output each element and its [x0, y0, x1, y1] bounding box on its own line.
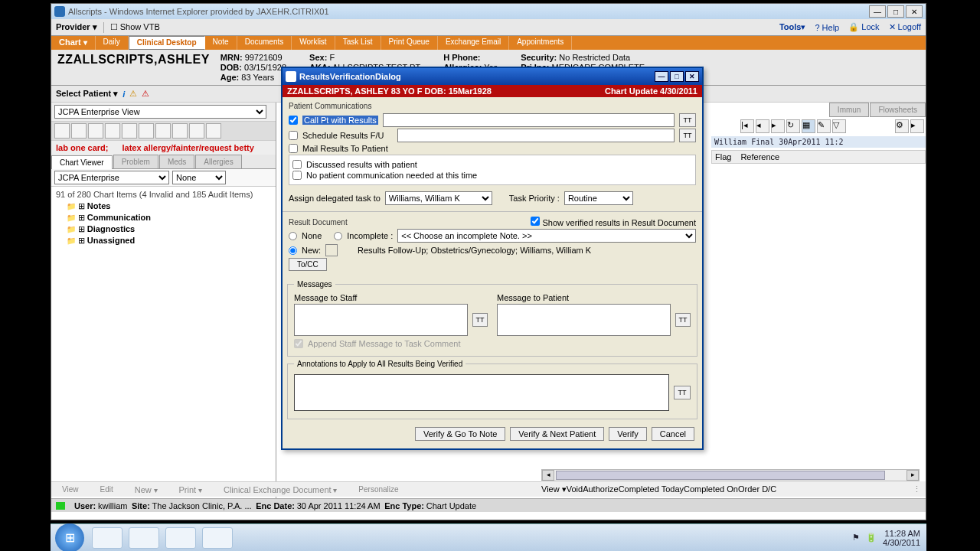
logoff-link[interactable]: ✕ Logoff — [889, 22, 921, 32]
tb-btn[interactable] — [206, 123, 221, 139]
cancel-button[interactable]: Cancel — [652, 427, 694, 441]
tb-btn[interactable] — [88, 123, 103, 139]
msg-patient-input[interactable] — [497, 304, 671, 336]
chart-main-tab[interactable]: Chart ▾ — [51, 36, 96, 50]
taskbar-app2[interactable] — [202, 527, 233, 549]
menu-view[interactable]: View — [51, 485, 90, 494]
tab-note[interactable]: Note — [205, 36, 237, 50]
menu-order-dc[interactable]: Order D/C — [738, 484, 776, 494]
priority-select[interactable]: Routine — [564, 191, 633, 205]
maximize-button[interactable]: □ — [887, 5, 904, 18]
menu-exchange[interactable]: Clinical Exchange Document ▾ — [213, 485, 348, 494]
verify-goto-button[interactable]: Verify & Go To Note — [415, 427, 505, 441]
close-button[interactable]: ✕ — [906, 5, 923, 18]
tab-exchange-email[interactable]: Exchange Email — [438, 36, 509, 50]
info-icon[interactable]: i — [122, 90, 125, 99]
warning-icon[interactable]: ⚠ — [129, 89, 137, 99]
assign-select[interactable]: Williams, William K — [385, 191, 492, 205]
tab-appointments[interactable]: Appointments — [509, 36, 572, 50]
tab-meds[interactable]: Meds — [159, 155, 194, 168]
mail-checkbox[interactable] — [289, 144, 298, 153]
tt-button[interactable]: TT — [679, 129, 696, 142]
msg-staff-input[interactable] — [294, 304, 468, 336]
tool-icon[interactable]: ⚙ — [895, 119, 909, 133]
tt-button[interactable]: TT — [472, 313, 488, 327]
tab-worklist[interactable]: Worklist — [292, 36, 335, 50]
tray-clock[interactable]: 11:28 AM4/30/2011 — [883, 529, 920, 547]
horizontal-scrollbar[interactable]: ◂ ▸ — [541, 469, 920, 481]
show-vtb-checkbox[interactable]: ☐ Show VTB — [110, 22, 160, 32]
menu-void[interactable]: Void — [567, 484, 583, 494]
nav-last-icon[interactable]: ▸ — [910, 119, 924, 133]
tab-documents[interactable]: Documents — [237, 36, 292, 50]
show-verified-checkbox[interactable] — [531, 217, 540, 226]
dialog-titlebar[interactable]: ResultsVerificationDialog — □ ✕ — [283, 68, 702, 85]
taskbar-app[interactable] — [129, 527, 159, 549]
verify-button[interactable]: Verify — [609, 427, 647, 441]
dialog-maximize[interactable]: □ — [670, 71, 684, 82]
tray-battery-icon[interactable]: 🔋 — [866, 533, 877, 543]
tab-allergies[interactable]: Allergies — [195, 155, 241, 168]
menu-new[interactable]: New ▾ — [124, 485, 168, 494]
tt-button[interactable]: TT — [675, 313, 691, 327]
start-button[interactable]: ⊞ — [55, 523, 84, 552]
scroll-thumb[interactable] — [556, 471, 885, 480]
view-select[interactable]: JCPA Enterprise View — [54, 105, 266, 119]
tab-flowsheets[interactable]: Flowsheets — [870, 103, 926, 117]
refresh-icon[interactable]: ↻ — [786, 119, 800, 133]
menu-authorize[interactable]: Authorize — [583, 484, 618, 494]
dialog-close[interactable]: ✕ — [685, 71, 699, 82]
tab-print-queue[interactable]: Print Queue — [381, 36, 438, 50]
nav-first-icon[interactable]: |◂ — [740, 119, 754, 133]
provider-dropdown[interactable]: Provider ▾ — [56, 22, 97, 32]
tocc-button[interactable]: To/CC — [289, 258, 327, 271]
edit-icon[interactable]: ✎ — [817, 119, 831, 133]
select-patient-dropdown[interactable]: Select Patient ▾ — [56, 89, 118, 99]
menu-completed-on[interactable]: Completed On — [684, 484, 738, 494]
tb-btn[interactable] — [155, 123, 171, 139]
scroll-right-icon[interactable]: ▸ — [906, 470, 919, 481]
tab-problem[interactable]: Problem — [113, 155, 158, 168]
new-radio[interactable] — [289, 246, 297, 255]
tt-button[interactable]: TT — [674, 386, 691, 399]
verify-next-button[interactable]: Verify & Next Patient — [510, 427, 604, 441]
source-select[interactable]: JCPA Enterprise — [54, 171, 169, 184]
tab-task-list[interactable]: Task List — [335, 36, 381, 50]
lock-link[interactable]: 🔒 Lock — [848, 22, 879, 32]
tb-btn[interactable] — [71, 123, 87, 139]
help-link[interactable]: ? Help — [815, 23, 839, 32]
tab-clinical-desktop[interactable]: Clinical Desktop — [129, 36, 205, 50]
view-icon[interactable]: ▦ — [802, 119, 815, 133]
incomplete-radio[interactable] — [334, 232, 342, 240]
nav-prev-icon[interactable]: ◂ — [756, 119, 769, 133]
tray-flag-icon[interactable]: ⚑ — [852, 533, 860, 543]
menu-completed-today[interactable]: Completed Today — [619, 484, 684, 494]
tb-btn[interactable] — [189, 123, 204, 139]
tree-communication[interactable]: ⊞ Communication — [67, 212, 271, 223]
schedule-checkbox[interactable] — [289, 131, 298, 140]
tree-diagnostics[interactable]: ⊞ Diagnostics — [67, 223, 271, 235]
tb-btn[interactable] — [54, 123, 70, 139]
filter-icon[interactable]: ▽ — [832, 119, 846, 133]
filter-select[interactable]: None — [172, 171, 226, 184]
minimize-button[interactable]: — — [869, 5, 886, 18]
tb-btn[interactable] — [139, 123, 154, 139]
taskbar-ie[interactable] — [165, 527, 196, 549]
tab-chart-viewer[interactable]: Chart Viewer — [51, 155, 113, 169]
tb-btn[interactable] — [105, 123, 120, 139]
taskbar-explorer[interactable] — [92, 527, 122, 549]
tab-daily[interactable]: Daily — [96, 36, 129, 50]
discussed-checkbox[interactable] — [292, 160, 302, 169]
menu-personalize[interactable]: Personalize — [348, 485, 409, 494]
system-tray[interactable]: ⚑ 🔋 11:28 AM4/30/2011 — [846, 529, 926, 547]
annotations-input[interactable] — [294, 374, 669, 411]
menu-view-r[interactable]: View ▾ — [541, 484, 567, 494]
menu-more-icon[interactable]: ⋮ — [913, 484, 921, 494]
tree-unassigned[interactable]: ⊞ Unassigned — [67, 235, 271, 246]
schedule-input[interactable] — [397, 129, 675, 142]
tb-btn[interactable] — [172, 123, 188, 139]
call-pt-input[interactable] — [383, 113, 675, 127]
none-needed-checkbox[interactable] — [292, 171, 302, 180]
tab-immun[interactable]: Immun — [829, 103, 870, 117]
incomplete-select[interactable]: << Choose an incomplete Note. >> — [397, 229, 696, 243]
